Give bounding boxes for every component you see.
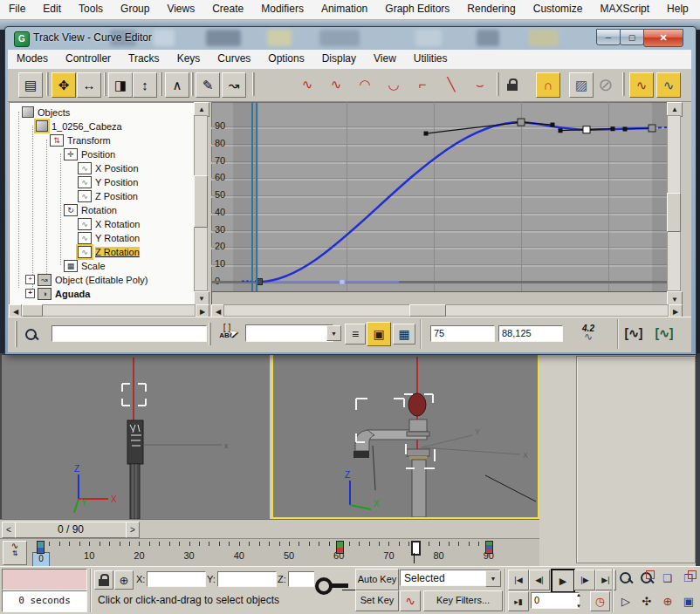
menu-maxscript[interactable]: MAXScript	[591, 0, 658, 18]
key-mode-toggle[interactable]: ▸▮	[508, 591, 529, 611]
trackbar-key[interactable]	[37, 541, 45, 554]
spin-up-icon[interactable]: ▲	[576, 592, 585, 597]
tree-item-position[interactable]: ✛Position	[64, 147, 115, 160]
menu-edit[interactable]: Edit	[34, 0, 70, 18]
auto-key-button[interactable]: Auto Key	[355, 569, 399, 590]
zoom-all-button[interactable]	[637, 569, 656, 588]
track-selection-dropdown[interactable]	[245, 324, 333, 342]
tv-menu-utilities[interactable]: Utilities	[405, 50, 456, 68]
tree-item-objects[interactable]: Objects	[22, 106, 70, 119]
menu-file[interactable]: File	[0, 0, 34, 18]
show-all-tangents-button[interactable]: ∿	[656, 72, 681, 98]
menu-customize[interactable]: Customize	[525, 0, 592, 18]
show-keyable-button[interactable]: ⊘	[594, 72, 617, 96]
tree-item-y-position[interactable]: ∿Y Position	[78, 175, 138, 188]
draw-curves-button[interactable]: ✎	[196, 72, 220, 98]
menu-rendering[interactable]: Rendering	[458, 0, 524, 18]
open-mini-curve-editor-button[interactable]: ∿ ⇅	[3, 541, 27, 565]
play-button[interactable]: ▶	[551, 569, 575, 593]
tree-hscrollbar-thumb[interactable]	[22, 304, 43, 317]
tree-item-z-rotation-selected[interactable]: ∿Z Rotation	[78, 245, 140, 258]
time-configuration-button[interactable]: ◷	[590, 591, 610, 611]
set-tangents-auto-button[interactable]: ∿	[296, 72, 319, 96]
tv-menu-view[interactable]: View	[365, 50, 405, 68]
add-keys-button[interactable]: ∧	[165, 72, 189, 98]
orbit-button[interactable]: ⊕	[658, 591, 677, 611]
trackbar-key[interactable]	[336, 541, 344, 554]
trackbar-key-selected[interactable]	[411, 541, 421, 556]
selection-lock-toggle[interactable]	[94, 570, 113, 590]
menu-create[interactable]: Create	[203, 0, 252, 18]
maximize-viewport-toggle[interactable]: ▣	[679, 591, 698, 611]
snap-frames-button[interactable]: ∩	[536, 72, 560, 98]
next-frame-button[interactable]: |▶	[574, 570, 595, 590]
field-of-view-button[interactable]: ▷	[616, 591, 635, 611]
curve-key[interactable]	[518, 119, 525, 126]
absolute-mode-toggle[interactable]: ⊕	[114, 570, 134, 590]
tree-item-object-editable-poly[interactable]: +↝Object (Editable Poly)	[25, 273, 148, 286]
current-frame-field[interactable]: 0	[531, 592, 580, 609]
spreadsheet-button[interactable]: ▦	[393, 324, 415, 345]
key-filters-button[interactable]: Key Filters...	[423, 590, 503, 611]
selection-set-dropdown-arrow[interactable]: ▼	[485, 570, 501, 587]
tree-item-cabeza[interactable]: 1_0256_Cabeza	[36, 119, 122, 133]
set-tangents-custom-button[interactable]: ∿	[325, 72, 347, 96]
pan-view-button[interactable]: ✣	[637, 591, 656, 611]
function-curve-canvas[interactable]	[211, 102, 667, 304]
set-tangents-step-button[interactable]: ⌐	[411, 72, 434, 96]
lock-tangents-button[interactable]	[501, 72, 524, 96]
parameter-out-of-range-button[interactable]: ▨	[569, 72, 594, 98]
minimize-button[interactable]: ─	[596, 29, 621, 45]
zoom-region-button[interactable]: [∿]	[621, 322, 647, 345]
tv-menu-tracks[interactable]: Tracks	[120, 50, 168, 68]
tree-item-y-rotation[interactable]: ∿Y Rotation	[78, 231, 140, 244]
zoom-value-extents-button[interactable]: [∿]	[650, 322, 678, 345]
close-button[interactable]: ✕	[643, 29, 683, 47]
menu-tools[interactable]: Tools	[70, 0, 112, 18]
set-tangents-smooth-button[interactable]: ⌣	[469, 72, 491, 96]
trackbar-key[interactable]	[485, 541, 493, 554]
maximize-button[interactable]: ▢	[620, 29, 644, 45]
zoom-extents-button[interactable]: ❑	[658, 569, 677, 588]
time-marker-line[interactable]	[256, 102, 257, 304]
tree-item-aguada[interactable]: +◑Aguada	[25, 287, 90, 300]
move-keys-button[interactable]: ✥	[51, 72, 76, 98]
slide-keys-button[interactable]: ↔	[77, 72, 101, 98]
curve-key-minor[interactable]	[340, 279, 345, 284]
tree-hscrollbar-track[interactable]	[21, 304, 196, 317]
tv-menu-curves[interactable]: Curves	[209, 50, 259, 68]
curve-key[interactable]	[649, 125, 655, 132]
menu-views[interactable]: Views	[158, 0, 203, 18]
track-bar[interactable]: ∿ ⇅ 0 102030405060708090	[0, 538, 539, 568]
zoom-extents-all-button[interactable]: ❒	[679, 569, 698, 588]
x-coord-field[interactable]	[147, 571, 206, 587]
viewport-active[interactable]: Y X Z X	[271, 353, 539, 519]
graph-hscrollbar-track[interactable]	[223, 304, 669, 317]
expand-icon[interactable]: +	[25, 275, 35, 284]
track-name-filter-field[interactable]	[51, 325, 207, 342]
tree-item-scale[interactable]: ▦Scale	[64, 259, 106, 272]
zoom-button[interactable]	[616, 569, 635, 588]
curve-key-selected[interactable]	[583, 126, 590, 133]
window-title-bar[interactable]: G Track View - Curve Editor ─ ▢ ✕	[5, 27, 696, 50]
graph-hscrollbar-thumb[interactable]	[409, 304, 446, 317]
tv-menu-controller[interactable]: Controller	[57, 50, 120, 68]
show-tangents-button[interactable]: ∿	[629, 72, 654, 98]
show-key-stats-toggle[interactable]: 4.2 ∿	[568, 323, 608, 340]
filters-button[interactable]: ▤	[18, 72, 43, 98]
previous-frame-button[interactable]: ◀|	[529, 570, 550, 590]
tv-menu-display[interactable]: Display	[313, 50, 365, 68]
tv-menu-modes[interactable]: Modes	[8, 50, 57, 68]
track-view-window[interactable]: G Track View - Curve Editor ─ ▢ ✕ ModesC…	[4, 26, 697, 355]
default-tangent-button[interactable]: ∿	[400, 590, 421, 611]
tree-item-x-rotation[interactable]: ∿X Rotation	[78, 217, 140, 230]
time-marker-line[interactable]	[251, 102, 253, 304]
menu-group[interactable]: Group	[112, 0, 158, 18]
zoom-selected-object-button[interactable]	[20, 324, 43, 345]
menu-animation[interactable]: Animation	[312, 0, 376, 18]
graph-scrollbar-thumb[interactable]	[667, 193, 681, 232]
tree-item-rotation[interactable]: ↻Rotation	[64, 203, 117, 216]
viewport-top[interactable]: x Z Y X	[0, 353, 270, 519]
set-keys-icon[interactable]	[314, 570, 353, 605]
tree-scrollbar-thumb[interactable]	[194, 175, 208, 228]
